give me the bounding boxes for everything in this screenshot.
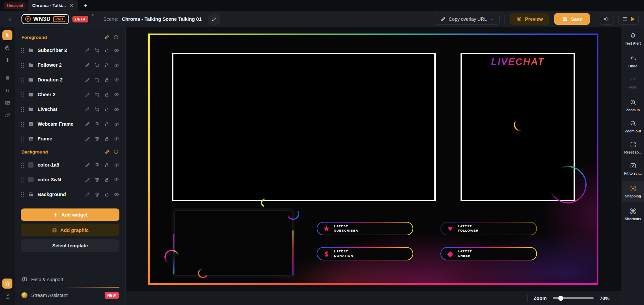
sidebar-item-shortcuts[interactable]: ⌘ Shortcuts: [622, 204, 644, 225]
latest-donation-widget[interactable]: $ LATEST DONATION: [317, 247, 413, 260]
add-element-button[interactable]: [2, 55, 12, 65]
shape-tool-button[interactable]: [2, 73, 12, 83]
info-icon[interactable]: [113, 149, 119, 155]
delete-layer-icon[interactable]: [94, 121, 100, 127]
select-template-button[interactable]: Select template: [21, 239, 119, 252]
sidebar-item-undo[interactable]: Undo: [622, 51, 644, 72]
toggle-visibility-icon[interactable]: [114, 48, 119, 53]
image-tool-button[interactable]: [2, 98, 12, 108]
sidebar-item-reset-zoom[interactable]: Reset zo...: [622, 137, 644, 158]
drag-handle-icon[interactable]: [21, 77, 24, 83]
edit-layer-icon[interactable]: [85, 48, 90, 53]
layer-row-cheer-2[interactable]: Cheer 2: [21, 87, 119, 102]
edit-layer-icon[interactable]: [85, 77, 90, 83]
layer-row-webcam-frame[interactable]: Webcam Frame: [21, 117, 119, 131]
toggle-visibility-icon[interactable]: [114, 121, 119, 127]
toggle-visibility-icon[interactable]: [114, 62, 119, 68]
drag-handle-icon[interactable]: [21, 92, 24, 98]
layer-row-subscriber-2[interactable]: Subscriber 2: [21, 43, 119, 58]
help-support-link[interactable]: Help & support: [21, 273, 119, 286]
edit-layer-icon[interactable]: [85, 136, 90, 142]
drag-handle-icon[interactable]: [21, 62, 24, 68]
latest-cheer-widget[interactable]: ◆ LATEST CHEER: [440, 247, 537, 260]
link-icon[interactable]: [104, 35, 110, 40]
back-button[interactable]: [5, 14, 15, 24]
edit-layer-icon[interactable]: [85, 162, 90, 168]
toggle-visibility-icon[interactable]: [114, 136, 119, 142]
layer-row-donation-2[interactable]: Donation 2: [21, 72, 119, 87]
sidebar-item-fit-to-screen[interactable]: Fit to scr...: [622, 158, 644, 179]
zoom-slider[interactable]: [553, 296, 594, 301]
new-tab-button[interactable]: +: [84, 2, 88, 9]
drag-handle-icon[interactable]: [21, 121, 24, 127]
background-screen-object[interactable]: [174, 210, 293, 276]
toggle-visibility-icon[interactable]: [114, 192, 119, 197]
preview-button[interactable]: Preview: [509, 13, 549, 25]
link-icon[interactable]: [104, 149, 110, 155]
edit-layer-icon[interactable]: [85, 107, 90, 112]
add-graphic-button[interactable]: Add graphic: [21, 224, 119, 236]
sidebar-item-zoom-out[interactable]: Zoom out: [622, 116, 644, 137]
sidebar-item-test-alert[interactable]: Test Alert: [622, 28, 644, 49]
info-icon[interactable]: [113, 35, 119, 40]
lock-layer-icon[interactable]: [104, 192, 110, 197]
latest-subscriber-widget[interactable]: ★ LATEST SUBSCRIBER: [317, 222, 413, 235]
zoom-slider-thumb[interactable]: [558, 296, 564, 301]
lock-layer-icon[interactable]: [104, 121, 110, 127]
stream-assistant-link[interactable]: Stream Assistant NEW: [21, 289, 119, 302]
drag-handle-icon[interactable]: [21, 192, 24, 197]
link-tool-button[interactable]: [2, 110, 12, 120]
lock-layer-icon[interactable]: [104, 136, 110, 142]
toggle-visibility-icon[interactable]: [114, 177, 119, 183]
toggle-visibility-icon[interactable]: [114, 77, 119, 83]
transform-layer-icon[interactable]: [94, 77, 100, 83]
edit-layer-icon[interactable]: [85, 62, 90, 68]
announcements-button[interactable]: [600, 13, 613, 25]
copy-overlay-url-button[interactable]: Copy overlay URL: [435, 13, 500, 25]
edit-layer-icon[interactable]: [85, 192, 90, 197]
select-tool-button[interactable]: [2, 30, 12, 40]
pan-tool-button[interactable]: [2, 43, 12, 53]
drag-handle-icon[interactable]: [21, 136, 24, 142]
layer-row-background[interactable]: Background: [21, 187, 119, 202]
layer-row-color-8wN[interactable]: color-8wN: [21, 172, 119, 187]
delete-layer-icon[interactable]: [94, 136, 100, 142]
transform-layer-icon[interactable]: [94, 92, 100, 98]
text-tool-button[interactable]: Tr: [2, 85, 12, 95]
transform-layer-icon[interactable]: [94, 62, 100, 68]
sidebar-item-snapping[interactable]: Snapping: [622, 181, 644, 202]
lock-layer-icon[interactable]: [104, 48, 110, 53]
sidebar-item-zoom-in[interactable]: Zoom in: [622, 95, 644, 116]
layer-row-livechat[interactable]: Livechat: [21, 102, 119, 117]
close-tab-icon[interactable]: ✕: [70, 3, 73, 8]
sidebar-item-redo[interactable]: Redo: [622, 72, 644, 93]
lock-layer-icon[interactable]: [104, 77, 110, 83]
transform-layer-icon[interactable]: [94, 48, 100, 53]
delete-layer-icon[interactable]: [94, 177, 100, 183]
canvas-area[interactable]: LIVECHAT ★ LATEST: [126, 27, 622, 291]
edit-layer-icon[interactable]: [85, 92, 90, 98]
delete-layer-icon[interactable]: [94, 192, 100, 197]
layer-row-color-1a8[interactable]: color-1a8: [21, 158, 119, 172]
edit-layer-icon[interactable]: [85, 177, 90, 183]
library-button[interactable]: [2, 291, 12, 301]
edit-scene-name-button[interactable]: [208, 13, 220, 25]
layer-row-frame[interactable]: Frame: [21, 131, 119, 146]
overlay-artboard[interactable]: LIVECHAT ★ LATEST: [148, 34, 598, 285]
latest-follower-widget[interactable]: ♥ LATEST FOLLOWER: [440, 222, 537, 235]
lock-layer-icon[interactable]: [104, 162, 110, 168]
scene-tab[interactable]: Chroma - Talki... ✕: [28, 0, 78, 11]
transform-layer-icon[interactable]: [94, 107, 100, 112]
layer-row-follower-2[interactable]: Follower 2: [21, 58, 119, 72]
lock-layer-icon[interactable]: [104, 62, 110, 68]
edit-layer-icon[interactable]: [85, 121, 90, 127]
lock-layer-icon[interactable]: [104, 177, 110, 183]
webcam-frame-object[interactable]: [172, 53, 436, 201]
toggle-visibility-icon[interactable]: [114, 107, 119, 112]
lock-layer-icon[interactable]: [104, 107, 110, 112]
toggle-visibility-icon[interactable]: [114, 92, 119, 98]
toggle-visibility-icon[interactable]: [114, 162, 119, 168]
main-menu-button[interactable]: [618, 13, 639, 25]
save-button[interactable]: Save: [554, 13, 590, 25]
delete-layer-icon[interactable]: [94, 162, 100, 168]
